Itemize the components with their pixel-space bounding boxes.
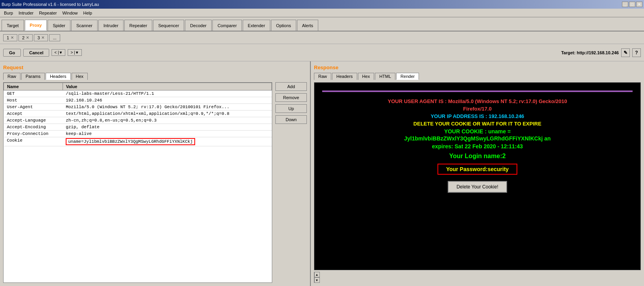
col-value: Value xyxy=(63,83,271,90)
target-label: Target: http://192.168.10.246 xyxy=(561,50,619,55)
resp-cookie-label: YOUR COOKIE : uname = xyxy=(444,128,511,135)
minimize-button[interactable]: _ xyxy=(622,2,628,7)
table-buttons: Add Remove Up Down xyxy=(275,82,307,283)
remove-button[interactable]: Remove xyxy=(275,93,307,102)
close-tab-2-icon[interactable]: ✕ xyxy=(26,35,29,40)
row-name: Proxy-Connection xyxy=(4,131,63,137)
tab-scanner[interactable]: Scanner xyxy=(71,20,98,31)
tab-decoder[interactable]: Decoder xyxy=(185,20,212,31)
resp-cookie-value: Jyl1bmlvbiBBzZWxlY3QgMSwyLGRhdGFFiYXNlKC… xyxy=(404,135,551,142)
menu-help[interactable]: Help xyxy=(81,10,95,16)
scroll-down-arrow[interactable]: ▼ xyxy=(314,277,320,283)
row-name: User-Agent xyxy=(4,104,63,111)
resp-tab-raw[interactable]: Raw xyxy=(314,73,331,80)
row-value: gzip, deflate xyxy=(63,124,271,131)
purple-bar xyxy=(322,90,633,92)
session-tabs: 1 ✕ 2 ✕ 3 ✕ ... xyxy=(0,31,644,44)
tab-options[interactable]: Options xyxy=(271,20,296,31)
response-panel: Response Raw Headers Hex HTML Render YOU… xyxy=(311,61,644,286)
session-tab-more[interactable]: ... xyxy=(49,34,60,41)
tab-proxy[interactable]: Proxy xyxy=(25,20,47,31)
resp-ip-line: YOUR IP ADDRESS IS : 192.168.10.246 xyxy=(431,113,524,119)
table-row: GET /sqli-labs-master/Less-21/HTTP/1.1 xyxy=(4,90,272,97)
tab-sequencer[interactable]: Sequencer xyxy=(153,20,184,31)
request-title: Request xyxy=(3,65,307,70)
tab-comparer[interactable]: Comparer xyxy=(212,20,242,31)
row-value: zh-cn,zh;q=0.8,en-us;q=0.5,en;q=0.3 xyxy=(63,117,271,124)
row-value: Mozilla/5.0 (Windows NT 5.2; rv:17.0) Ge… xyxy=(63,104,271,111)
session-tab-3[interactable]: 3 ✕ xyxy=(34,34,48,41)
nav-fwd-group: > |▼ xyxy=(68,49,81,56)
nav-fwd-button[interactable]: > |▼ xyxy=(68,49,81,56)
title-bar: Burp Suite Professional v1.6 - licensed … xyxy=(0,0,644,9)
row-value: /sqli-labs-master/Less-21/HTTP/1.1 xyxy=(63,90,271,97)
maximize-button[interactable]: □ xyxy=(629,2,635,7)
tab-extender[interactable]: Extender xyxy=(243,20,270,31)
down-button[interactable]: Down xyxy=(275,115,307,124)
menu-repeater[interactable]: Repeater xyxy=(37,10,59,16)
response-scrollbar-area: ▲ ▼ xyxy=(314,272,641,283)
row-name: GET xyxy=(4,90,63,97)
row-value: keep-alive xyxy=(63,131,271,137)
resp-password-box: Your Password:security xyxy=(437,164,517,175)
row-value: 192.168.10.246 xyxy=(63,97,271,104)
scroll-up-arrow[interactable]: ▲ xyxy=(314,272,320,277)
cookie-row-value: uname=Jyl1bmlvbiBBzZWxlY3QgMSwyLGRhdGFFi… xyxy=(63,137,271,146)
req-tab-hex[interactable]: Hex xyxy=(72,73,88,80)
row-name: Accept-Encoding xyxy=(4,124,63,131)
resp-tab-render[interactable]: Render xyxy=(396,73,419,80)
add-button[interactable]: Add xyxy=(275,82,307,91)
close-tab-1-icon[interactable]: ✕ xyxy=(11,35,14,40)
col-name: Name xyxy=(4,83,63,90)
nav-back-button[interactable]: < |▼ xyxy=(52,49,65,56)
resp-delete-cookie-line: DELETE YOUR COOKIE OR WAIT FOR IT TO EXP… xyxy=(413,121,541,127)
resp-tab-hex[interactable]: Hex xyxy=(358,73,375,80)
row-name: Accept-Language xyxy=(4,117,63,124)
menu-intruder[interactable]: Intruder xyxy=(16,10,36,16)
table-row: Accept-Language zh-cn,zh;q=0.8,en-us;q=0… xyxy=(4,117,272,124)
request-panel: Request Raw Params Headers Hex Name Valu… xyxy=(0,61,311,286)
go-button[interactable]: Go xyxy=(3,49,21,57)
toolbar: Go Cancel < |▼ > |▼ Target: http://192.1… xyxy=(0,44,644,61)
tab-intruder[interactable]: Intruder xyxy=(98,20,124,31)
cancel-button[interactable]: Cancel xyxy=(23,49,49,57)
response-title: Response xyxy=(314,65,641,70)
resp-tab-html[interactable]: HTML xyxy=(375,73,395,80)
close-button[interactable]: ✕ xyxy=(636,2,642,7)
row-name: Accept xyxy=(4,111,63,117)
menu-burp[interactable]: Burp xyxy=(2,10,15,16)
response-render: YOUR USER AGENT IS : Mozilla/5.0 (Window… xyxy=(314,82,641,270)
close-tab-3-icon[interactable]: ✕ xyxy=(41,35,44,40)
session-tab-2[interactable]: 2 ✕ xyxy=(18,34,33,41)
request-sub-tabs: Raw Params Headers Hex xyxy=(3,73,307,80)
tab-repeater[interactable]: Repeater xyxy=(124,20,152,31)
row-name: Host xyxy=(4,97,63,104)
tab-alerts[interactable]: Alerts xyxy=(297,20,318,31)
resp-tab-headers[interactable]: Headers xyxy=(332,73,357,80)
tab-spider[interactable]: Spider xyxy=(48,20,70,31)
table-row: Accept-Encoding gzip, deflate xyxy=(4,124,272,131)
menu-window[interactable]: Window xyxy=(60,10,80,16)
help-icon[interactable]: ? xyxy=(632,48,641,57)
headers-table: Name Value GET /sqli-labs-master/Less-21… xyxy=(4,83,272,146)
table-row: User-Agent Mozilla/5.0 (Windows NT 5.2; … xyxy=(4,104,272,111)
menu-bar: Burp Intruder Repeater Window Help xyxy=(0,9,644,17)
session-tab-1[interactable]: 1 ✕ xyxy=(3,34,17,41)
response-vertical-scrollbar[interactable]: ▲ ▼ xyxy=(314,272,319,283)
req-tab-headers[interactable]: Headers xyxy=(46,73,71,80)
content-area: Request Raw Params Headers Hex Name Valu… xyxy=(0,61,644,286)
request-content: Name Value GET /sqli-labs-master/Less-21… xyxy=(3,82,307,283)
table-row: Proxy-Connection keep-alive xyxy=(4,131,272,137)
headers-table-container: Name Value GET /sqli-labs-master/Less-21… xyxy=(3,82,272,283)
delete-cookie-button[interactable]: Delete Your Cookie! xyxy=(448,181,507,193)
nav-back-group: < |▼ xyxy=(52,49,65,56)
response-sub-tabs: Raw Headers Hex HTML Render xyxy=(314,73,641,80)
req-tab-params[interactable]: Params xyxy=(21,73,45,80)
main-tabs: Target Proxy Spider Scanner Intruder Rep… xyxy=(0,17,644,31)
edit-icon[interactable]: ✎ xyxy=(621,48,630,57)
resp-expires-line: expires: Sat 22 Feb 2020 - 12:11:43 xyxy=(432,143,523,149)
req-tab-raw[interactable]: Raw xyxy=(3,73,20,80)
up-button[interactable]: Up xyxy=(275,104,307,113)
tab-target[interactable]: Target xyxy=(2,20,24,31)
resp-useragent-line1: YOUR USER AGENT IS : Mozilla/5.0 (Window… xyxy=(388,98,567,104)
